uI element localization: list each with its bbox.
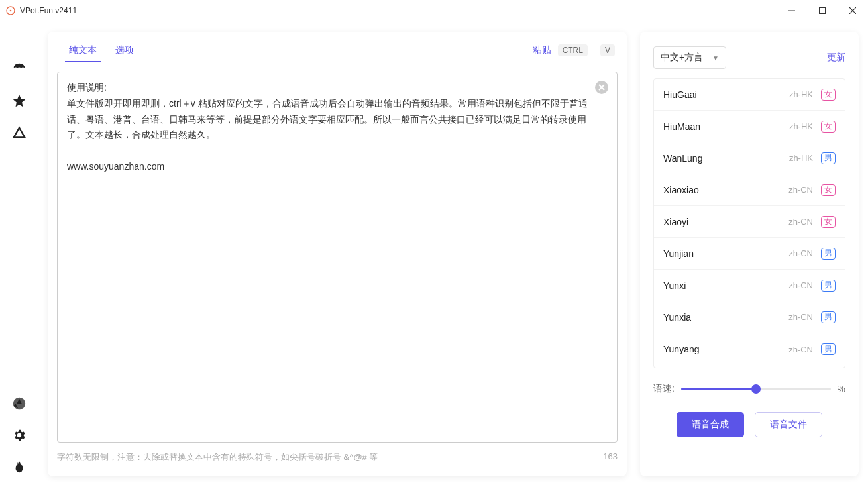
voice-item[interactable]: Xiaoxiaozh-CN女 [654,174,845,206]
svg-point-9 [17,462,19,464]
footer-hint: 字符数无限制，注意：去除或替换文本中含有的特殊符号，如尖括号破折号 &^@# 等 [57,451,378,463]
aperture-icon[interactable] [11,396,27,411]
umbrella-icon[interactable] [11,61,27,77]
maximize-button[interactable] [807,0,838,21]
speed-label: 语速: [653,383,675,395]
speed-percent: % [838,384,845,394]
voice-item[interactable]: Yunxiazh-CN男 [654,301,845,333]
voice-name: Yunyang [663,344,788,354]
voice-item[interactable]: HiuGaaizh-HK女 [654,79,845,111]
window-title: VPot.Fun v2411 [20,6,77,15]
voice-list[interactable]: HiuGaaizh-HK女HiuMaanzh-HK女WanLungzh-HK男X… [653,78,845,368]
voice-item[interactable]: Yunyangzh-CN男 [654,333,845,365]
voice-item[interactable]: Yunjianzh-CN男 [654,238,845,270]
synthesize-button[interactable]: 语音合成 [677,412,744,437]
svg-rect-3 [820,7,826,13]
tabs: 纯文本 选项 粘贴 CTRL + V [57,38,618,62]
voice-file-button[interactable]: 语音文件 [755,412,822,437]
kbd-v: V [600,44,615,56]
voice-lang: zh-CN [788,345,813,354]
voice-name: Yunxia [663,312,788,323]
slider-thumb[interactable] [751,384,761,394]
voice-lang: zh-CN [788,280,813,290]
voice-lang: zh-CN [788,248,813,258]
voice-item[interactable]: Yunxizh-CN男 [654,270,845,301]
char-count: 163 [603,451,618,463]
gender-badge: 女 [821,89,836,101]
sidebar [0,21,38,487]
gender-badge: 女 [821,184,836,196]
bug-icon[interactable] [11,459,27,475]
window-controls [777,0,868,21]
kbd-plus: + [592,46,596,55]
gender-badge: 女 [821,121,836,133]
close-button[interactable] [838,0,868,21]
voice-item[interactable]: Xiaoyizh-CN女 [654,206,845,238]
titlebar: VPot.Fun v2411 [0,0,868,21]
language-value: 中文+方言 [661,52,703,64]
speed-slider[interactable] [681,388,831,390]
voice-lang: zh-CN [788,217,813,227]
text-input[interactable] [57,72,618,443]
gender-badge: 男 [821,152,836,164]
voice-name: WanLung [663,153,789,164]
voice-name: Xiaoyi [663,217,788,227]
svg-point-10 [20,462,21,464]
voice-lang: zh-CN [788,312,813,322]
voice-panel: 中文+方言 ▼ 更新 HiuGaaizh-HK女HiuMaanzh-HK女Wan… [640,32,859,476]
voice-name: HiuMaan [663,121,789,132]
triangle-icon[interactable] [11,125,27,140]
voice-name: HiuGaai [663,89,789,100]
svg-point-7 [16,464,23,472]
gender-badge: 男 [821,343,836,355]
voice-item[interactable]: WanLungzh-HK男 [654,142,845,174]
app-logo-icon [5,5,16,16]
text-panel: 纯文本 选项 粘贴 CTRL + V 字符数无限制，注意：去除或替换文本中含有的… [48,32,627,476]
gender-badge: 男 [821,248,836,260]
paste-button[interactable]: 粘贴 [533,44,551,56]
voice-name: Xiaoxiao [663,185,788,195]
gender-badge: 女 [821,216,836,228]
voice-name: Yunxi [663,280,788,291]
voice-lang: zh-HK [789,121,813,131]
minimize-button[interactable] [777,0,807,21]
voice-item[interactable]: HiuMaanzh-HK女 [654,111,845,142]
tab-options[interactable]: 选项 [106,38,143,62]
chevron-down-icon: ▼ [712,54,719,62]
language-select[interactable]: 中文+方言 ▼ [653,46,726,69]
voice-lang: zh-HK [789,89,813,99]
gender-badge: 男 [821,311,836,323]
voice-name: Yunjian [663,248,788,259]
voice-lang: zh-CN [788,185,813,195]
tab-plaintext[interactable]: 纯文本 [60,38,106,62]
gender-badge: 男 [821,280,836,292]
kbd-ctrl: CTRL [558,44,588,56]
update-button[interactable]: 更新 [827,52,845,64]
svg-point-1 [10,9,12,11]
gear-icon[interactable] [11,427,27,443]
voice-lang: zh-HK [789,153,813,163]
clear-button[interactable] [595,81,608,94]
star-icon[interactable] [11,93,27,109]
